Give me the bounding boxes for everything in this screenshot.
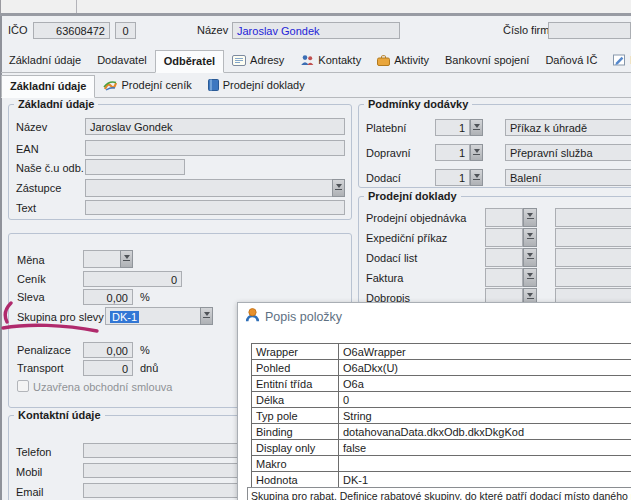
subtab-zakladni-udaje[interactable]: Základní údaje [1,75,95,98]
dopravni-num-field[interactable]: 1 [435,144,470,161]
tab-label: Kontakty [318,54,361,66]
tab-bankovni-spojeni[interactable]: Bankovní spojení [437,49,537,72]
chevron-down-icon [527,233,533,237]
basic-zastupce-field[interactable] [85,179,345,197]
tab-label: Dodavatel [97,54,147,66]
basic-text-label: Text [16,202,36,215]
mena-dropdown-button[interactable] [120,250,133,268]
tab-odberatel[interactable]: Odběratel [155,50,224,73]
tab-doprovodne-texty[interactable]: Doprovodné texty [605,49,631,72]
nazev-label: Název [197,24,228,37]
note-icon [613,54,626,66]
prodejni-objednavka-dropdown-button[interactable] [523,208,537,227]
subtab-prodejni-doklady[interactable]: Prodejní doklady [200,74,313,97]
sleva-field[interactable]: 0,00 [83,289,133,305]
penalizace-unit: % [140,344,150,357]
basic-zastupce-label: Zástupce [16,182,61,195]
basic-nazev-label: Název [16,121,47,134]
expedicni-prikaz-text-field[interactable] [555,228,631,247]
tab-kontakty[interactable]: Kontakty [292,49,369,72]
tab-adresy[interactable]: Adresy [224,49,292,72]
tab-label: Adresy [250,54,284,66]
dropdown-bar [123,260,130,261]
tab-label: Prodejní ceník [121,79,191,91]
tab-label: Odběratel [164,55,215,67]
tab-label: Daňová IČ [545,54,597,66]
table-row: Makro [252,456,631,472]
prodejni-objednavka-label: Prodejní objednávka [366,212,466,225]
expedicni-prikaz-field[interactable] [485,228,523,247]
tab-zakladni-udaje[interactable]: Základní údaje [1,49,89,72]
penalizace-field[interactable]: 0,00 [83,342,133,358]
briefcase-icon [377,55,390,66]
dodaci-dropdown-button[interactable] [470,169,483,186]
platebni-dropdown-button[interactable] [470,119,483,136]
basic-ean-field[interactable] [85,140,345,156]
zastupce-dropdown-button[interactable] [332,179,345,197]
skupina-pro-slevy-label: Skupina pro slevy [17,311,104,324]
nazev-field[interactable]: Jaroslav Gondek [232,22,400,39]
dodaci-num-field[interactable]: 1 [435,169,470,186]
popup-description: Skupina pro rabat. Definice rabatové sku… [247,487,631,500]
dropdown-bar [527,278,534,279]
skupina-pro-slevy-field[interactable]: DK-1 [105,307,213,325]
property-value: DK-1 [339,472,631,488]
subtab-prodejni-cenik[interactable]: Prodejní ceník [95,74,199,97]
platebni-text-field[interactable]: Příkaz k úhradě [505,119,631,136]
table-row: WrapperO6aWrapper [252,344,631,360]
faktura-text-field[interactable] [555,268,631,287]
dropdown-bar [527,218,534,219]
tab-dodavatel[interactable]: Dodavatel [89,49,155,72]
cenik-label: Ceník [17,273,46,286]
cenik-field[interactable]: 0 [83,271,182,287]
faktura-dropdown-button[interactable] [523,268,537,287]
ico-suffix-field[interactable]: 0 [115,22,136,39]
dodaci-list-label: Dodací list [366,252,417,265]
basic-group-title: Základní údaje [14,98,98,111]
expedicni-prikaz-dropdown-button[interactable] [523,228,537,247]
prodejni-objednavka-text-field[interactable] [555,208,631,227]
faktura-field[interactable] [485,268,523,287]
property-name: Hodnota [252,472,339,488]
ico-field[interactable]: 63608472 [33,22,110,39]
selected-text: DK-1 [110,311,139,323]
chevron-down-icon [474,174,480,178]
cislo-firmy-field[interactable] [548,22,631,39]
skupina-dropdown-button[interactable] [200,307,213,325]
basic-text-field[interactable] [85,200,345,215]
tab-aktivity[interactable]: Aktivity [369,49,437,72]
tab-danova-ic[interactable]: Daňová IČ [537,49,605,72]
platebni-label: Platební [366,122,406,135]
property-value: O6aDkx(U) [339,360,631,376]
transport-field[interactable]: 0 [83,360,133,376]
platebni-num-field[interactable]: 1 [435,119,470,136]
property-name: Makro [252,456,339,472]
transport-unit: dnů [140,362,158,375]
prodejni-objednavka-field[interactable] [485,208,523,227]
property-name: Entitní třída [252,376,339,392]
parent-window-strip [0,0,631,13]
dropdown-bar [203,317,210,318]
dodaci-list-dropdown-button[interactable] [523,248,537,267]
dodaci-list-text-field[interactable] [555,248,631,267]
contact-group-title: Kontaktní údaje [14,409,105,422]
dropdown-bar [473,129,480,130]
sub-tabbar: Základní údaje Prodejní ceník Prodejní d… [1,75,631,98]
smlouva-checkbox[interactable] [17,380,29,392]
dopravni-text-field[interactable]: Přepravní služba [505,144,631,161]
table-row: Délka0 [252,392,631,408]
dodaci-list-field[interactable] [485,248,523,267]
property-name: Pohled [252,360,339,376]
dodaci-text-field[interactable]: Balení [505,169,631,186]
basic-nase-cu-field[interactable] [85,159,185,175]
dopravni-dropdown-button[interactable] [470,144,483,161]
table-row: PohledO6aDkx(U) [252,360,631,376]
property-value: String [339,408,631,424]
tab-label: Prodejní doklady [223,79,305,91]
property-value: O6a [339,376,631,392]
mena-label: Měna [17,254,45,267]
chevron-down-icon [527,293,533,297]
dopravni-label: Dopravní [366,147,411,160]
basic-nazev-field[interactable]: Jaroslav Gondek [85,118,345,135]
tab-label: Aktivity [394,54,429,66]
